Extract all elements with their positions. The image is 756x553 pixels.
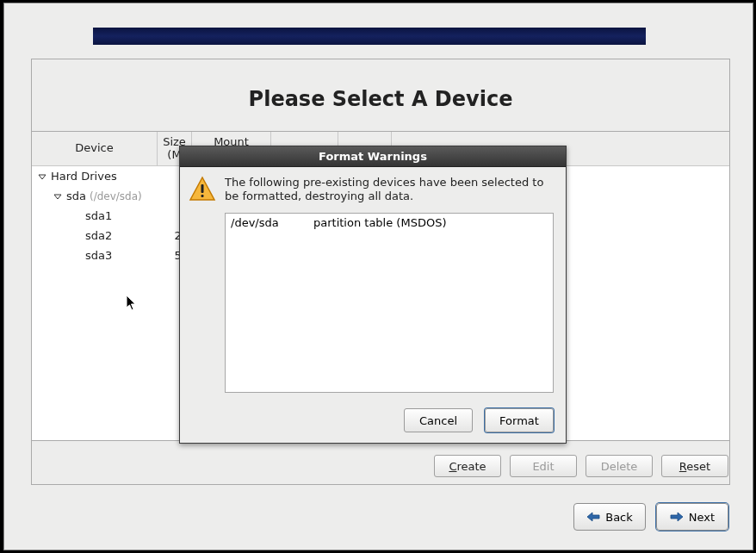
partition-name: sda1	[85, 209, 112, 222]
delete-button: Delete	[586, 455, 653, 477]
edit-button: Edit	[510, 455, 577, 477]
nav-button-row: Back Next	[31, 500, 730, 534]
header-banner	[93, 28, 646, 45]
dialog-device-path: /dev/sda	[231, 216, 313, 229]
dialog-device-detail: partition table (MSDOS)	[313, 216, 446, 229]
format-button[interactable]: Format	[485, 408, 554, 432]
disk-path: (/dev/sda)	[90, 190, 142, 202]
tree-root-label: Hard Drives	[51, 170, 117, 183]
svg-rect-1	[201, 195, 204, 197]
arrow-left-icon	[586, 512, 600, 522]
dialog-message: The following pre-existing devices have …	[225, 176, 554, 204]
action-button-row: Create Edit Delete Reset	[31, 449, 730, 483]
dialog-list-row[interactable]: /dev/sda partition table (MSDOS)	[231, 216, 548, 229]
dialog-device-list[interactable]: /dev/sda partition table (MSDOS)	[225, 213, 554, 394]
partition-name: sda3	[85, 249, 112, 262]
warning-icon	[189, 176, 216, 203]
dialog-button-row: Cancel Format	[189, 401, 554, 432]
disk-name: sda	[66, 190, 86, 202]
cancel-button[interactable]: Cancel	[404, 408, 473, 432]
arrow-right-icon	[670, 512, 684, 522]
chevron-down-icon[interactable]	[53, 191, 63, 202]
chevron-down-icon[interactable]	[37, 171, 47, 182]
svg-rect-0	[201, 184, 204, 193]
format-warnings-dialog: Format Warnings The following pre-existi…	[179, 146, 567, 444]
dialog-title: Format Warnings	[180, 146, 566, 167]
back-button[interactable]: Back	[573, 503, 646, 531]
th-device[interactable]: Device	[32, 132, 158, 165]
panel-title: Please Select A Device	[32, 87, 729, 111]
reset-button[interactable]: Reset	[661, 455, 728, 477]
partition-name: sda2	[85, 229, 112, 242]
next-button[interactable]: Next	[656, 503, 728, 531]
dialog-body: The following pre-existing devices have …	[180, 167, 566, 443]
installer-window: Please Select A Device Device Size (M Mo…	[3, 3, 753, 550]
create-button[interactable]: Create	[434, 455, 501, 477]
